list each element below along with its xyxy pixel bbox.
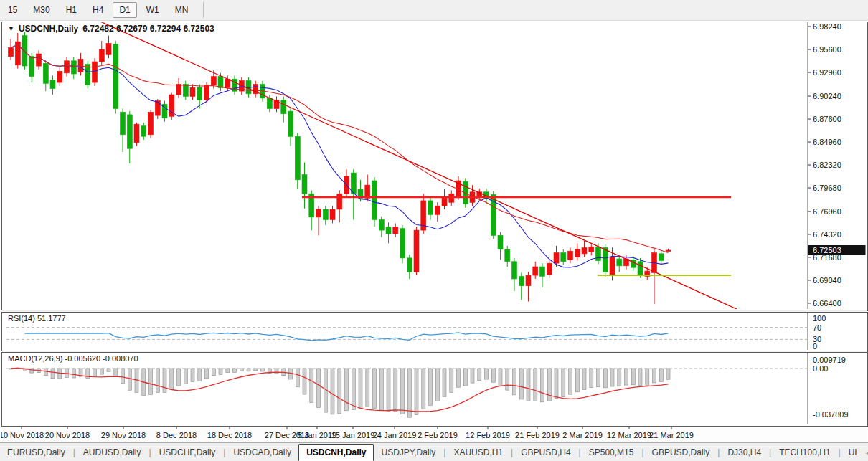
rsi-label: RSI(14) 51.1777 [8, 314, 66, 323]
svg-text:6.87600: 6.87600 [813, 115, 841, 123]
chart-tab-ui[interactable]: UI [841, 445, 864, 460]
toolbar-separator [203, 2, 204, 18]
tab-separator: | [579, 447, 581, 457]
svg-text:12 Mar 2019: 12 Mar 2019 [607, 431, 651, 439]
tab-separator: | [73, 447, 75, 457]
tab-separator: | [443, 447, 445, 457]
svg-text:21 Mar 2019: 21 Mar 2019 [649, 431, 694, 439]
tab-separator: | [223, 447, 225, 457]
chart-dropdown-icon[interactable]: ▼ [8, 25, 14, 32]
svg-text:-0.037809: -0.037809 [813, 410, 849, 419]
tab-scroll-left-icon[interactable]: ◄ [864, 449, 868, 457]
timeframe-button-mn[interactable]: MN [169, 2, 195, 18]
svg-text:0.009719: 0.009719 [813, 356, 846, 364]
tab-separator: | [149, 447, 151, 457]
svg-text:0.00: 0.00 [813, 364, 828, 373]
svg-text:21 Feb 2019: 21 Feb 2019 [515, 431, 560, 439]
chart-tab-usdchf[interactable]: USDCHF,Daily [152, 445, 223, 460]
svg-text:6.84960: 6.84960 [813, 138, 841, 146]
svg-text:6.69040: 6.69040 [813, 276, 841, 285]
chart-tab-dj30[interactable]: DJ30,H4 [720, 445, 768, 460]
timeframe-button-m30[interactable]: M30 [27, 2, 56, 18]
chart-tab-sp500[interactable]: SP500,M15 [582, 445, 641, 460]
svg-text:15 Jan 2019: 15 Jan 2019 [331, 431, 375, 439]
svg-text:20 Nov 2018: 20 Nov 2018 [45, 431, 90, 439]
svg-text:6.90240: 6.90240 [813, 92, 841, 100]
svg-text:2 Mar 2019: 2 Mar 2019 [562, 431, 603, 439]
chart-tab-bar: EURUSD,Daily|AUDUSD,Daily|USDCHF,Daily|U… [0, 442, 868, 461]
svg-text:24 Jan 2019: 24 Jan 2019 [373, 431, 417, 439]
chart-tab-tech100[interactable]: TECH100,H1 [772, 445, 837, 460]
svg-text:10 Nov 2018: 10 Nov 2018 [1, 431, 44, 439]
svg-text:6.66400: 6.66400 [813, 299, 841, 308]
svg-text:6.74320: 6.74320 [813, 230, 841, 239]
chart-tab-eurusd[interactable]: EURUSD,Daily [0, 445, 72, 460]
timeframe-button-w1[interactable]: W1 [140, 2, 166, 18]
timeframe-button-h1[interactable]: H1 [60, 2, 83, 18]
tab-separator: | [717, 447, 720, 457]
svg-text:6.79680: 6.79680 [813, 184, 841, 192]
macd-indicator-pane[interactable]: MACD(12,26,9) -0.005620 -0.008070 0.0097… [1, 352, 868, 427]
chart-tab-gbpusd[interactable]: GBPUSD,H4 [514, 445, 577, 460]
chart-tab-usdcnh[interactable]: USDCNH,Daily [298, 444, 374, 461]
tab-separator: | [511, 447, 513, 457]
svg-text:6.92960: 6.92960 [813, 68, 841, 77]
svg-text:12 Feb 2019: 12 Feb 2019 [466, 431, 510, 439]
chart-tab-audusd[interactable]: AUDUSD,Daily [76, 445, 148, 460]
svg-text:29 Nov 2018: 29 Nov 2018 [101, 431, 146, 439]
tab-separator: | [769, 447, 771, 457]
svg-text:6.98240: 6.98240 [813, 22, 841, 31]
chart-tab-gbpusd[interactable]: GBPUSD,Daily [645, 445, 717, 460]
chart-title: ▼ USDCNH,Daily 6.72482 6.72679 6.72294 6… [8, 24, 214, 34]
svg-text:100: 100 [813, 314, 826, 323]
svg-text:6.72503: 6.72503 [813, 246, 841, 255]
main-chart-pane[interactable]: ▼ USDCNH,Daily 6.72482 6.72679 6.72294 6… [1, 22, 868, 311]
svg-text:70: 70 [813, 323, 821, 332]
timeframe-toolbar: 15M30H1H4D1W1MN [0, 0, 868, 21]
chart-tab-usdjpy[interactable]: USDJPY,Daily [374, 445, 443, 460]
svg-text:18 Dec 2018: 18 Dec 2018 [207, 431, 252, 439]
svg-text:8 Dec 2018: 8 Dec 2018 [156, 431, 197, 439]
chart-tab-usdcad[interactable]: USDCAD,Daily [226, 445, 298, 460]
tab-separator: | [641, 447, 643, 457]
macd-label: MACD(12,26,9) -0.005620 -0.008070 [8, 354, 138, 363]
svg-text:6.76960: 6.76960 [813, 207, 841, 216]
chart-symbol-label: USDCNH,Daily [19, 24, 78, 34]
chart-ohlc-values: 6.72482 6.72679 6.72294 6.72503 [82, 24, 214, 34]
svg-text:0: 0 [813, 342, 817, 350]
rsi-chart-canvas[interactable]: 10070300 [2, 313, 866, 350]
timeframe-button-d1[interactable]: D1 [113, 2, 136, 18]
chart-tab-xauusd[interactable]: XAUUSD,H1 [446, 445, 510, 460]
tab-scroll-controls: ◄► [864, 449, 868, 457]
date-axis[interactable]: 10 Nov 201820 Nov 201829 Nov 20188 Dec 2… [1, 427, 867, 442]
svg-text:2 Feb 2019: 2 Feb 2019 [418, 431, 458, 439]
svg-text:6.82320: 6.82320 [813, 161, 841, 169]
timeframe-button-15[interactable]: 15 [1, 2, 24, 18]
candlestick-chart-canvas[interactable]: 6.982406.956006.929606.902406.876006.849… [2, 22, 866, 309]
timeframe-button-h4[interactable]: H4 [86, 2, 110, 18]
tab-separator: | [839, 447, 841, 457]
macd-chart-canvas[interactable]: 0.0097190.00-0.037809 [2, 353, 866, 424]
rsi-indicator-pane[interactable]: RSI(14) 51.1777 10070300 [1, 312, 868, 352]
svg-text:6.95600: 6.95600 [813, 45, 841, 54]
